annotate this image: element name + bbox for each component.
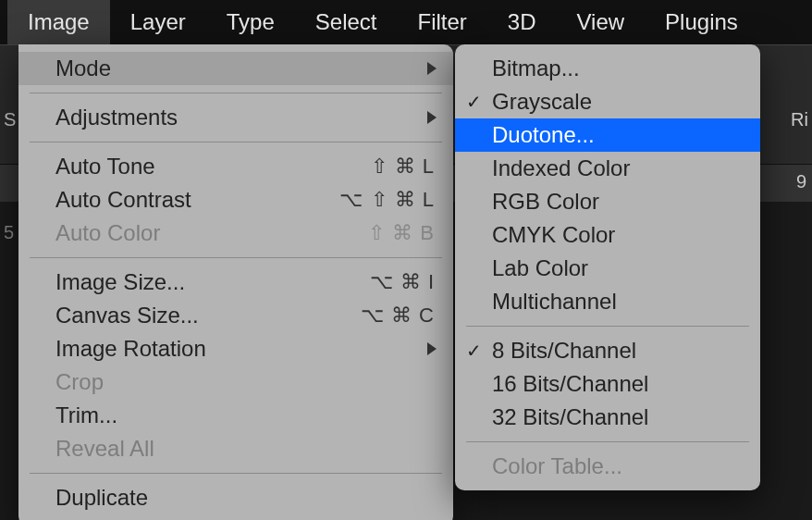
menu-item-shortcut: ⇧ ⌘ L <box>371 155 435 179</box>
menubar-label: Layer <box>130 9 186 35</box>
menu-item-adjustments[interactable]: Adjustments <box>18 101 453 134</box>
menu-item-indexed-color[interactable]: Indexed Color <box>455 152 760 185</box>
menu-item-lab-color[interactable]: Lab Color <box>455 252 760 285</box>
menu-item-image-size[interactable]: Image Size... ⌥ ⌘ I <box>18 266 453 299</box>
menu-item-16-bits[interactable]: 16 Bits/Channel <box>455 367 760 401</box>
menu-item-label: Color Table... <box>492 453 742 479</box>
menu-item-label: Auto Color <box>55 220 353 246</box>
menubar-item-layer[interactable]: Layer <box>110 0 206 44</box>
menu-item-shortcut: ⌥ ⇧ ⌘ L <box>339 188 435 212</box>
menu-separator <box>466 326 749 327</box>
menubar-label: Image <box>28 9 90 35</box>
menu-item-label: Indexed Color <box>492 155 742 181</box>
menu-item-label: Duplicate <box>55 485 435 511</box>
chevron-right-icon <box>427 111 437 124</box>
bg-text-fragment: 5 <box>4 222 14 243</box>
menu-item-auto-contrast[interactable]: Auto Contrast ⌥ ⇧ ⌘ L <box>18 183 453 217</box>
menu-item-label: Duotone... <box>492 122 742 148</box>
menu-item-8-bits[interactable]: ✓ 8 Bits/Channel <box>455 334 760 367</box>
menu-item-label: Image Rotation <box>55 336 435 362</box>
menu-item-label: Multichannel <box>492 289 742 315</box>
menubar-item-image[interactable]: Image <box>7 0 110 44</box>
menu-item-crop: Crop <box>18 365 453 399</box>
menu-item-duotone[interactable]: Duotone... <box>455 118 760 152</box>
chevron-right-icon <box>427 62 437 75</box>
menubar-label: Filter <box>417 9 466 35</box>
mode-submenu-dropdown: Bitmap... ✓ Grayscale Duotone... Indexed… <box>455 44 760 490</box>
menu-item-label: Bitmap... <box>492 56 742 81</box>
menu-item-32-bits[interactable]: 32 Bits/Channel <box>455 401 760 434</box>
menu-item-duplicate[interactable]: Duplicate <box>18 481 453 514</box>
menu-item-label: Auto Contrast <box>55 187 325 213</box>
menu-separator <box>466 441 749 442</box>
menu-item-grayscale[interactable]: ✓ Grayscale <box>455 85 760 118</box>
menu-item-label: 8 Bits/Channel <box>492 338 742 364</box>
menu-separator <box>30 142 442 142</box>
menubar-label: Type <box>227 9 275 35</box>
menubar-item-3d[interactable]: 3D <box>487 0 557 44</box>
menubar-label: 3D <box>508 9 536 35</box>
menu-item-label: Grayscale <box>492 89 742 115</box>
menubar-item-type[interactable]: Type <box>206 0 295 44</box>
menu-item-cmyk-color[interactable]: CMYK Color <box>455 218 760 252</box>
menu-item-image-rotation[interactable]: Image Rotation <box>18 332 453 365</box>
bg-text-fragment: S <box>4 109 16 130</box>
chevron-right-icon <box>427 342 437 355</box>
menu-separator <box>30 257 442 258</box>
menu-item-rgb-color[interactable]: RGB Color <box>455 185 760 218</box>
menubar-label: View <box>577 9 625 35</box>
menu-item-label: Image Size... <box>55 269 355 295</box>
menu-item-label: 16 Bits/Channel <box>492 371 742 397</box>
menu-item-label: Auto Tone <box>55 154 356 180</box>
menubar-item-filter[interactable]: Filter <box>397 0 486 44</box>
menu-separator <box>30 93 442 93</box>
menu-item-multichannel[interactable]: Multichannel <box>455 285 760 318</box>
menu-separator <box>30 473 442 474</box>
menubar-item-select[interactable]: Select <box>295 0 398 44</box>
menu-item-label: RGB Color <box>492 189 742 215</box>
menu-item-trim[interactable]: Trim... <box>18 399 453 432</box>
menu-item-bitmap[interactable]: Bitmap... <box>455 52 760 85</box>
menu-item-label: 32 Bits/Channel <box>492 404 742 430</box>
check-icon: ✓ <box>466 341 482 360</box>
menu-item-label: Adjustments <box>55 105 435 130</box>
menu-item-label: Canvas Size... <box>55 303 346 328</box>
menu-item-label: CMYK Color <box>492 222 742 248</box>
menu-item-mode[interactable]: Mode <box>18 52 453 85</box>
menu-item-color-table: Color Table... <box>455 450 760 483</box>
image-menu-dropdown: Mode Adjustments Auto Tone ⇧ ⌘ L Auto Co… <box>18 44 453 520</box>
menu-item-auto-color: Auto Color ⇧ ⌘ B <box>18 217 453 250</box>
menu-item-label: Trim... <box>55 402 435 428</box>
bg-text-fragment: 9 <box>796 171 806 192</box>
menu-item-reveal-all: Reveal All <box>18 432 453 465</box>
menu-item-auto-tone[interactable]: Auto Tone ⇧ ⌘ L <box>18 150 453 183</box>
menu-item-shortcut: ⌥ ⌘ C <box>361 303 435 328</box>
menu-item-canvas-size[interactable]: Canvas Size... ⌥ ⌘ C <box>18 299 453 332</box>
menubar-item-plugins[interactable]: Plugins <box>645 0 758 44</box>
menubar-label: Plugins <box>665 9 738 35</box>
menubar-item-view[interactable]: View <box>557 0 646 44</box>
menu-item-shortcut: ⌥ ⌘ I <box>370 270 435 294</box>
menu-item-label: Crop <box>55 369 435 395</box>
check-icon: ✓ <box>466 93 482 111</box>
bg-text-fragment: Ri <box>791 109 808 130</box>
menu-item-label: Reveal All <box>55 436 435 462</box>
menu-item-shortcut: ⇧ ⌘ B <box>368 221 435 245</box>
menubar: Image Layer Type Select Filter 3D View P… <box>0 0 812 44</box>
menubar-label: Select <box>315 9 377 35</box>
menu-item-label: Mode <box>55 56 435 81</box>
menu-item-label: Lab Color <box>492 255 742 281</box>
